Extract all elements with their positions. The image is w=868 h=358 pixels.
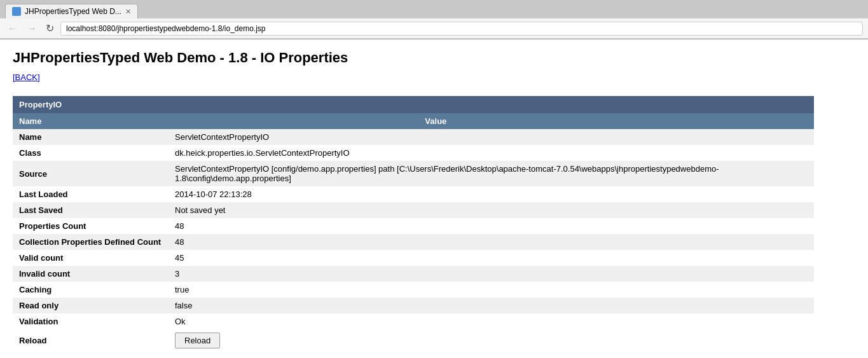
address-bar[interactable] — [60, 22, 863, 36]
forward-button[interactable]: → — [24, 22, 39, 36]
tab-close-button[interactable]: ✕ — [125, 8, 131, 16]
table-row: Properties Count48 — [13, 218, 814, 234]
tab-title: JHPropertiesTyped Web D... — [25, 7, 121, 16]
table-row: Cachingtrue — [13, 282, 814, 298]
page-title: JHPropertiesTyped Web Demo - 1.8 - IO Pr… — [13, 50, 855, 66]
back-button[interactable]: ← — [5, 22, 20, 36]
table-row: Last SavedNot saved yet — [13, 202, 814, 218]
table-row: Invalid count3 — [13, 266, 814, 282]
row-value-cell: 3 — [169, 266, 814, 282]
tab-bar: JHPropertiesTyped Web D... ✕ — [0, 0, 868, 18]
table-row: NameServletContextPropertyIO — [13, 129, 814, 145]
tab-favicon — [12, 7, 21, 16]
row-value-cell: ServletContextPropertyIO — [169, 129, 814, 145]
row-name-cell: Caching — [13, 282, 169, 298]
reload-row: ReloadReload — [13, 329, 814, 352]
col-header-name: Name — [13, 113, 418, 129]
section-header: PropertyIO — [13, 96, 814, 113]
row-name-cell: Last Saved — [13, 202, 169, 218]
row-value-cell: Not saved yet — [169, 202, 814, 218]
back-link[interactable]: [BACK] — [13, 72, 40, 82]
row-value-cell: dk.heick.properties.io.ServletContextPro… — [169, 145, 814, 161]
row-name-cell: Collection Properties Defined Count — [13, 234, 169, 250]
table-row: Last Loaded2014-10-07 22:13:28 — [13, 186, 814, 202]
column-header-row: Name Value — [13, 113, 814, 129]
row-name-cell: Read only — [13, 298, 169, 313]
row-name-cell: Name — [13, 129, 169, 145]
row-value-cell: false — [169, 298, 814, 313]
table-row: Valid count45 — [13, 250, 814, 266]
row-name-cell: Valid count — [13, 250, 169, 266]
table-row: SourceServletContextPropertyIO [config/d… — [13, 161, 814, 186]
reload-cell: Reload — [169, 329, 814, 352]
row-name-cell: Last Loaded — [13, 186, 169, 202]
row-value-cell: Ok — [169, 313, 814, 329]
row-value-cell: 48 — [169, 234, 814, 250]
table-rows-container: NameServletContextPropertyIOClassdk.heic… — [13, 129, 855, 352]
reload-button[interactable]: Reload — [175, 333, 220, 348]
browser-chrome: JHPropertiesTyped Web D... ✕ ← → ↻ — [0, 0, 868, 39]
reload-nav-button[interactable]: ↻ — [43, 21, 57, 36]
row-value-cell: 2014-10-07 22:13:28 — [169, 186, 814, 202]
section-header-row: PropertyIO — [13, 96, 814, 113]
row-name-cell: Properties Count — [13, 218, 169, 234]
row-name-cell: Class — [13, 145, 169, 161]
row-name-cell: Invalid count — [13, 266, 169, 282]
row-name-cell: Validation — [13, 313, 169, 329]
table-row: Classdk.heick.properties.io.ServletConte… — [13, 145, 814, 161]
active-tab[interactable]: JHPropertiesTyped Web D... ✕ — [5, 4, 138, 18]
col-header-value: Value — [418, 113, 814, 129]
nav-bar: ← → ↻ — [0, 18, 868, 39]
table-row: ValidationOk — [13, 313, 814, 329]
table-row: Read onlyfalse — [13, 298, 814, 313]
row-name-cell: Source — [13, 161, 169, 186]
row-value-cell: 45 — [169, 250, 814, 266]
property-table: PropertyIO Name Value — [13, 96, 814, 129]
table-row: Collection Properties Defined Count48 — [13, 234, 814, 250]
row-value-cell: 48 — [169, 218, 814, 234]
page-content: JHPropertiesTyped Web Demo - 1.8 - IO Pr… — [0, 39, 868, 358]
row-value-cell: true — [169, 282, 814, 298]
row-value-cell: ServletContextPropertyIO [config/demo.ap… — [169, 161, 814, 186]
reload-label: Reload — [13, 329, 169, 352]
